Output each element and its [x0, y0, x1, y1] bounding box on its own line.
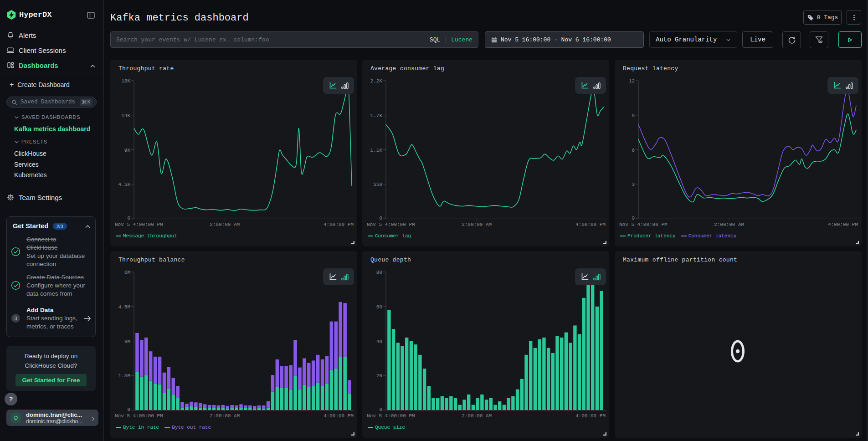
svg-text:6M: 6M: [124, 270, 130, 275]
svg-text:0: 0: [127, 407, 130, 412]
svg-text:2.2K: 2.2K: [370, 78, 383, 84]
svg-text:6: 6: [632, 148, 635, 153]
svg-text:1.7K: 1.7K: [370, 113, 383, 118]
svg-text:2:00:00 AM: 2:00:00 AM: [714, 222, 744, 227]
svg-text:2:00:00 AM: 2:00:00 AM: [462, 222, 492, 227]
svg-text:20: 20: [376, 373, 382, 379]
svg-text:9K: 9K: [124, 148, 131, 153]
svg-text:4.5M: 4.5M: [118, 304, 130, 310]
svg-text:12: 12: [629, 78, 635, 84]
svg-text:Nov 5 4:00:00 PM: Nov 5 4:00:00 PM: [619, 222, 668, 227]
svg-text:Nov 5 4:00:00 PM: Nov 5 4:00:00 PM: [115, 222, 163, 227]
svg-text:14K: 14K: [121, 113, 130, 118]
svg-text:4:00:00 PM: 4:00:00 PM: [324, 413, 354, 419]
svg-text:0: 0: [632, 215, 635, 221]
svg-text:2:00:00 AM: 2:00:00 AM: [210, 222, 240, 227]
svg-text:2:00:00 AM: 2:00:00 AM: [462, 413, 492, 419]
svg-text:Nov 5 4:00:00 PM: Nov 5 4:00:00 PM: [115, 413, 163, 419]
svg-text:4:00:00 PM: 4:00:00 PM: [324, 222, 354, 227]
svg-text:9: 9: [632, 113, 635, 118]
svg-text:1.1K: 1.1K: [370, 148, 383, 153]
svg-text:18K: 18K: [121, 78, 130, 84]
svg-text:4:00:00 PM: 4:00:00 PM: [575, 222, 606, 227]
svg-text:3M: 3M: [124, 339, 130, 344]
svg-text:Nov 5 4:00:00 PM: Nov 5 4:00:00 PM: [367, 413, 415, 419]
svg-text:0: 0: [127, 215, 130, 221]
svg-text:550: 550: [373, 182, 382, 187]
svg-text:3: 3: [632, 182, 635, 187]
svg-text:60: 60: [376, 304, 382, 310]
svg-text:Nov 5 4:00:00 PM: Nov 5 4:00:00 PM: [367, 222, 415, 227]
svg-text:2:00:00 AM: 2:00:00 AM: [210, 413, 240, 419]
svg-text:4:00:00 PM: 4:00:00 PM: [828, 222, 858, 227]
svg-text:1.5M: 1.5M: [118, 373, 130, 379]
svg-text:0: 0: [379, 407, 382, 412]
svg-text:4.5K: 4.5K: [118, 182, 131, 187]
svg-text:40: 40: [376, 339, 382, 344]
svg-text:80: 80: [376, 270, 382, 275]
svg-text:4:00:00 PM: 4:00:00 PM: [575, 413, 606, 419]
svg-text:0: 0: [379, 215, 382, 221]
